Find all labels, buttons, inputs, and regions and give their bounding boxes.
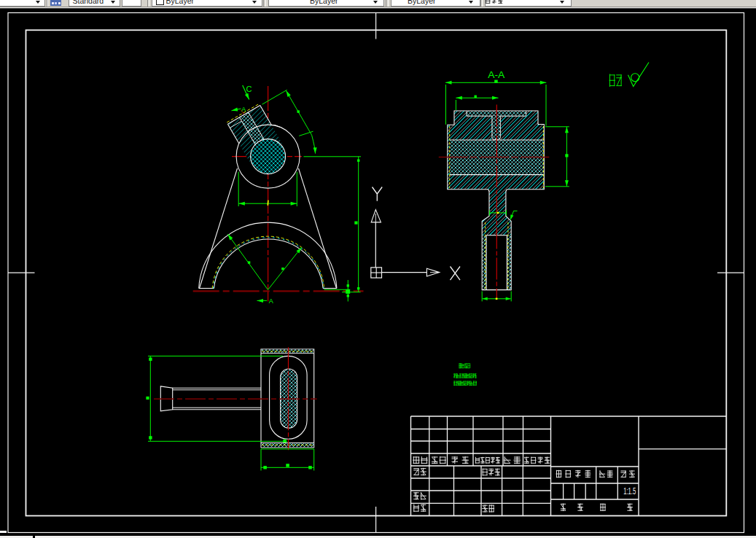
svg-text:A-A: A-A — [488, 69, 504, 80]
svg-text:1:1.5: 1:1.5 — [623, 486, 636, 496]
svg-text:C: C — [246, 85, 252, 93]
svg-text:A: A — [269, 297, 273, 305]
svg-text:A: A — [241, 106, 246, 113]
